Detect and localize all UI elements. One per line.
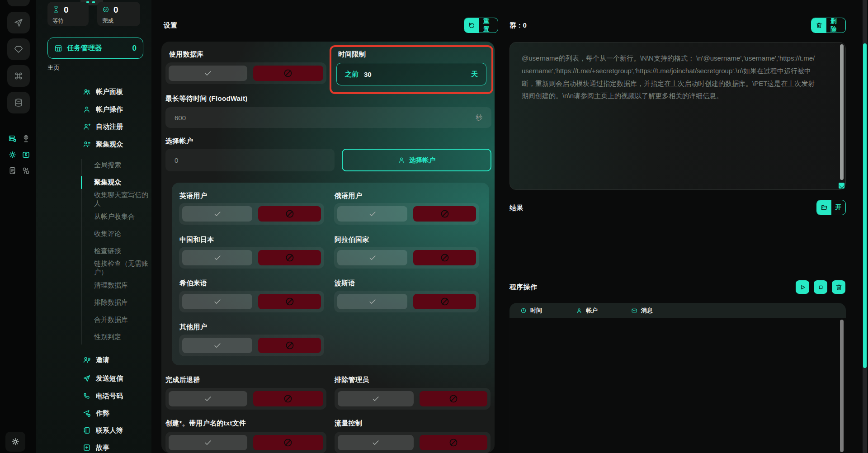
allow-segment[interactable] bbox=[338, 391, 414, 406]
block-segment[interactable] bbox=[413, 206, 476, 222]
sidebar: 0 等待 0 完成 任务管理器 0 主页 帐户面板帐户操作自动注册聚集观众全局搜… bbox=[36, 0, 151, 453]
submenu-item-6[interactable]: 链接检查（无需账户） bbox=[94, 262, 151, 274]
folder-open-icon bbox=[817, 200, 831, 215]
groups-list-placeholder: @username的列表，每个从一个新行。\N\N支持的格式： \n'@user… bbox=[510, 42, 845, 112]
groups-list-input[interactable]: @username的列表，每个从一个新行。\N\N支持的格式： \n'@user… bbox=[509, 42, 846, 190]
allow-segment[interactable] bbox=[182, 338, 252, 353]
block-segment[interactable] bbox=[258, 338, 321, 353]
rail-database-button[interactable] bbox=[7, 92, 30, 113]
allow-segment[interactable] bbox=[182, 250, 252, 265]
delete-button[interactable]: 删除 bbox=[811, 18, 846, 33]
block-segment[interactable] bbox=[253, 66, 323, 81]
reset-button[interactable]: 重置 bbox=[464, 18, 498, 33]
submenu-item-8[interactable]: 排除数据库 bbox=[94, 297, 128, 308]
rail-diamond-button[interactable] bbox=[7, 38, 30, 60]
prohibit-icon bbox=[285, 209, 295, 219]
allow-segment[interactable] bbox=[169, 66, 247, 81]
start-button[interactable] bbox=[796, 280, 809, 294]
block-segment[interactable] bbox=[253, 435, 323, 450]
select-account-button[interactable]: 选择帐户 bbox=[342, 149, 491, 171]
column-header-0[interactable]: 时间 bbox=[520, 303, 542, 318]
submenu-item-0[interactable]: 全局搜索 bbox=[94, 159, 121, 171]
prohibit-icon bbox=[440, 253, 450, 263]
submenu-item-7[interactable]: 清理数据库 bbox=[94, 279, 128, 291]
rail-send-button[interactable] bbox=[7, 12, 30, 33]
column-header-2[interactable]: 消息 bbox=[631, 303, 653, 318]
prohibit-icon bbox=[283, 438, 293, 448]
extra-1-toggle[interactable] bbox=[335, 388, 491, 410]
textarea-scrollbar-thumb[interactable] bbox=[840, 44, 844, 180]
mail-icon bbox=[631, 307, 637, 314]
prohibit-icon bbox=[448, 438, 458, 448]
floodwait-input[interactable]: 600 秒 bbox=[165, 107, 491, 128]
clear-button[interactable] bbox=[832, 280, 845, 294]
submenu-item-9[interactable]: 合并数据库 bbox=[94, 314, 128, 326]
submenu-item-5[interactable]: 检查链接 bbox=[94, 245, 121, 257]
extra-0-toggle[interactable] bbox=[165, 388, 326, 410]
diamond-icon bbox=[14, 44, 24, 54]
swap-icon[interactable] bbox=[21, 165, 31, 175]
language-0-toggle[interactable] bbox=[179, 203, 324, 225]
allow-segment[interactable] bbox=[337, 294, 407, 309]
block-segment[interactable] bbox=[258, 250, 321, 265]
gear-icon[interactable] bbox=[7, 150, 17, 160]
language-1-toggle[interactable] bbox=[334, 203, 479, 225]
textarea-resize-handle[interactable] bbox=[839, 183, 844, 189]
waiting-count: 0 bbox=[64, 5, 69, 15]
block-segment[interactable] bbox=[413, 294, 476, 309]
task-manager-button[interactable]: 任务管理器 0 bbox=[47, 38, 143, 59]
rail-partial-top-button[interactable] bbox=[7, 0, 30, 6]
submenu-item-3[interactable]: 从帐户收集合 bbox=[94, 211, 135, 222]
floodwait-unit: 秒 bbox=[476, 113, 482, 122]
rotate-ccw-icon bbox=[464, 18, 479, 33]
language-4-toggle[interactable] bbox=[179, 291, 324, 312]
code-box-icon[interactable] bbox=[21, 150, 31, 160]
language-3-toggle[interactable] bbox=[334, 247, 479, 269]
time-limit-prefix: 之前 bbox=[345, 70, 359, 79]
stop-button[interactable] bbox=[814, 280, 827, 294]
language-6-toggle[interactable] bbox=[179, 335, 324, 356]
submenu-item-10[interactable]: 性别判定 bbox=[94, 331, 121, 343]
allow-segment[interactable] bbox=[182, 206, 252, 222]
open-button[interactable]: 开 bbox=[816, 200, 846, 215]
use-database-toggle[interactable] bbox=[165, 62, 326, 84]
prohibit-icon bbox=[285, 340, 295, 350]
rail-command-button[interactable] bbox=[7, 65, 30, 87]
send-plus-icon bbox=[83, 409, 91, 417]
block-segment[interactable] bbox=[258, 206, 321, 222]
language-2-toggle[interactable] bbox=[179, 247, 324, 269]
allow-segment[interactable] bbox=[182, 294, 252, 309]
column-header-1[interactable]: 帐户 bbox=[576, 303, 598, 318]
table-scrollbar-thumb[interactable] bbox=[840, 320, 844, 452]
block-segment[interactable] bbox=[258, 294, 321, 309]
hourglass-icon bbox=[52, 6, 60, 13]
allow-segment[interactable] bbox=[338, 435, 414, 450]
extra-2-toggle[interactable] bbox=[165, 432, 326, 453]
extra-3-toggle[interactable] bbox=[335, 432, 491, 453]
page-scrollbar-thumb[interactable] bbox=[863, 43, 867, 368]
person-cam-icon[interactable] bbox=[21, 133, 31, 143]
block-segment[interactable] bbox=[420, 435, 487, 450]
prohibit-icon bbox=[440, 209, 450, 219]
block-segment[interactable] bbox=[253, 391, 323, 406]
allow-segment[interactable] bbox=[169, 391, 247, 406]
block-segment[interactable] bbox=[413, 250, 476, 265]
language-5-toggle[interactable] bbox=[334, 291, 479, 312]
log-table-header: 时间帐户消息 bbox=[509, 303, 846, 318]
floodwait-placeholder: 600 bbox=[175, 114, 186, 122]
person-plus-icon bbox=[83, 123, 91, 131]
submenu-item-4[interactable]: 收集评论 bbox=[94, 228, 121, 240]
allow-segment[interactable] bbox=[337, 206, 407, 222]
account-count-input[interactable]: 0 bbox=[165, 149, 335, 171]
settings-gear-button[interactable] bbox=[5, 432, 25, 452]
allow-segment[interactable] bbox=[337, 250, 407, 265]
server-check-icon[interactable] bbox=[7, 133, 17, 143]
prohibit-icon bbox=[285, 297, 295, 307]
time-limit-input[interactable]: 之前 30 天 bbox=[336, 63, 486, 85]
results-label: 结果 bbox=[509, 204, 524, 212]
submenu-item-2[interactable]: 收集聊天室写信的人 bbox=[94, 193, 151, 205]
submenu-item-1[interactable]: 聚集观众 bbox=[94, 176, 121, 188]
block-segment[interactable] bbox=[420, 391, 487, 406]
doc-check-icon[interactable] bbox=[7, 165, 17, 175]
allow-segment[interactable] bbox=[169, 435, 247, 450]
